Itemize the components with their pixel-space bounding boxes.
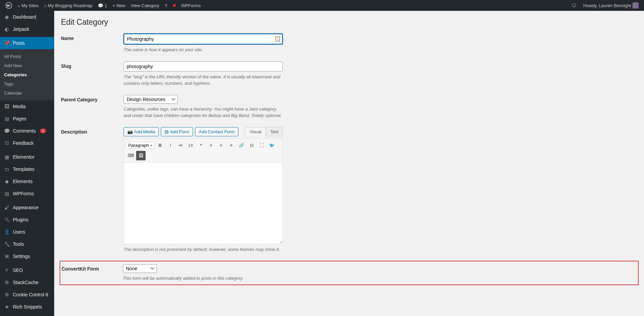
input-suggestion-icon[interactable]: 📋 [275,37,280,41]
add-contact-form-button[interactable]: Add Contact Form [195,127,238,136]
add-media-label: Add Media [134,129,155,134]
sidebar-label: Rich Snippets [13,304,42,310]
insert-more-button[interactable]: ⊟ [247,141,256,150]
slug-input[interactable] [124,61,283,72]
sidebar-posts[interactable]: 📌 Posts [0,37,54,49]
text-tab[interactable]: Text [266,127,283,136]
plug-icon: 🔌 [3,216,10,223]
image-button[interactable]: 🖼 [136,151,146,160]
wp-logo[interactable] [3,0,15,11]
parent-desc: Categories, unlike tags, can have a hier… [124,106,283,119]
updates-link[interactable] [170,0,178,11]
network-icon: ⌂ [18,3,20,8]
sidebar-media[interactable]: 🖾 Media [0,100,54,113]
pin-icon: 📌 [3,40,10,46]
sidebar-appearance[interactable]: 🖌 Appearance [0,201,54,214]
sidebar-label: Elementor [13,154,35,160]
sidebar-comments[interactable]: 💬 Comments 1 [0,125,54,137]
sidebar-elementor[interactable]: ▦ Elementor [0,151,54,163]
form-table: Name 📋 The name is how it appears on you… [61,34,637,285]
notifications-link[interactable]: 🗨 [569,3,579,8]
convertkit-select[interactable]: None [123,264,157,273]
number-list-button[interactable]: 1≡ [186,141,195,150]
wpforms-label: WPForms [181,3,201,8]
sidebar-label: Media [13,104,26,109]
sub-all-posts[interactable]: All Posts [0,52,54,61]
name-desc: The name is how it appears on your site. [124,46,283,53]
red-dot-icon [173,4,176,7]
sidebar-tools[interactable]: 🔧 Tools [0,238,54,250]
sidebar-label: Templates [13,166,35,172]
sub-add-new[interactable]: Add New [0,61,54,70]
my-sites-link[interactable]: ⌂ My Sites [15,0,41,11]
howdy-text: Howdy, Lauren Bennight [583,3,631,8]
link-button[interactable]: 🔗 [237,141,246,150]
sidebar-stackcache[interactable]: ⚙ StackCache [0,276,54,289]
blockquote-button[interactable]: ❝ [196,141,206,150]
new-link[interactable]: + New [110,0,128,11]
add-form-button[interactable]: ▤ Add Form [161,127,193,136]
admin-bar-right: 🗨 Howdy, Lauren Bennight [569,2,641,8]
comments-count: 1 [105,3,107,8]
italic-button[interactable]: I [166,141,175,150]
twitter-button[interactable]: 🐦 [267,141,277,150]
sidebar-jetpack[interactable]: ◐ Jetpack [0,23,54,35]
format-select[interactable]: Paragraph [126,142,155,149]
plus-icon: + [112,3,115,8]
add-media-button[interactable]: 📷 Add Media [124,127,159,136]
sidebar-seo[interactable]: Y SEO [0,264,54,276]
keyboard-button[interactable]: ⌨ [126,151,135,160]
star-icon: ★ [3,303,10,310]
view-category-link[interactable]: View Category [128,0,162,11]
comments-link[interactable]: 💬 1 [95,0,110,11]
sidebar-plugins[interactable]: 🔌 Plugins [0,214,54,226]
sidebar-label: Plugins [13,217,28,222]
wpforms-icon: ▤ [3,190,10,197]
sidebar-users[interactable]: 👤 Users [0,226,54,238]
new-label: New [116,3,125,8]
yoast-link[interactable]: Y [162,0,170,11]
sidebar-settings[interactable]: 𝌆 Settings [0,250,54,262]
convertkit-desc: This form will be automatically added to… [123,275,282,282]
align-right-button[interactable]: ≡ [227,141,236,150]
sidebar-dashboard[interactable]: ◉ Dashboard [0,11,54,23]
sidebar-feedback[interactable]: ☑ Feedback [0,137,54,149]
sidebar-cookie-control[interactable]: ⚙ Cookie Control 8 [0,289,54,301]
site-name-link[interactable]: ⌂ My Blogging Roadmap [41,0,95,11]
align-center-button[interactable]: ≡ [216,141,226,150]
editor-textarea[interactable] [124,163,283,244]
sidebar-wpforms[interactable]: ▤ WPForms [0,187,54,200]
sidebar-label: Appearance [13,205,39,210]
comment-icon: 💬 [3,127,10,134]
sidebar-label: Jetpack [13,26,29,32]
visual-tab[interactable]: Visual [245,127,266,136]
name-label: Name [61,34,124,41]
description-label: Description [61,127,124,135]
elementor-icon: ▦ [3,154,10,160]
sidebar-label: Cookie Control 8 [13,292,48,297]
sidebar-pages[interactable]: ▤ Pages [0,113,54,125]
name-input[interactable] [124,34,283,44]
fullscreen-button[interactable]: ⛶ [257,141,266,150]
sidebar-label: Tools [13,241,24,247]
sidebar-elements[interactable]: ◆ Elements [0,175,54,187]
sidebar-label: Users [13,229,25,235]
sidebar-rich-snippets[interactable]: ★ Rich Snippets [0,301,54,313]
align-left-button[interactable]: ≡ [206,141,216,150]
jetpack-icon: ◐ [3,26,10,33]
view-category-label: View Category [131,3,159,8]
camera-icon: 📷 [127,129,133,134]
convertkit-row: ConvertKit Form None This form will be a… [60,261,639,285]
bold-button[interactable]: B [155,141,165,150]
sidebar-templates[interactable]: 🗀 Templates [0,163,54,175]
wpforms-link[interactable]: WPForms [178,0,203,11]
parent-select[interactable]: Design Resources [124,95,178,104]
sidebar-label: Posts [13,40,25,46]
bullet-list-button[interactable]: ⦁≡ [176,141,185,150]
sub-calendar[interactable]: Calendar [0,88,54,98]
sub-categories[interactable]: Categories [0,70,54,79]
sub-tags[interactable]: Tags [0,79,54,88]
parent-row: Parent Category Design Resources Categor… [61,95,637,119]
howdy-link[interactable]: Howdy, Lauren Bennight [581,2,641,8]
my-sites-label: My Sites [22,3,39,8]
